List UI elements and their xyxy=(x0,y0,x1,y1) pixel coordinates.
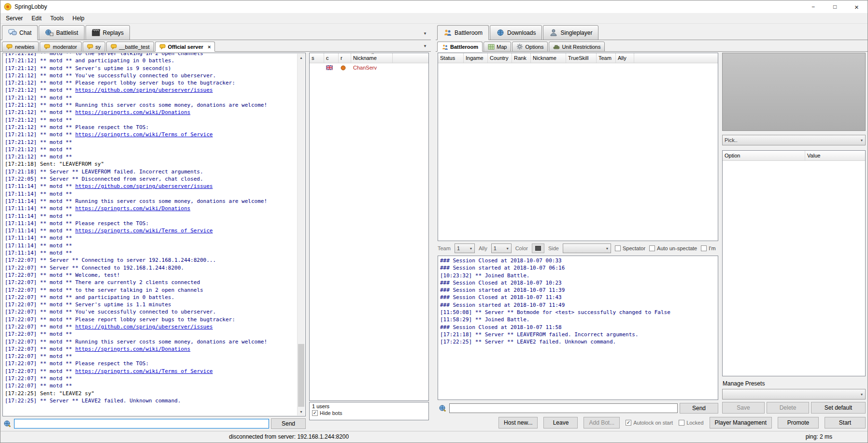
auto-unspectate-checkbox[interactable] xyxy=(649,245,655,251)
tab-replays[interactable]: Replays xyxy=(85,25,130,40)
col-rank[interactable]: Rank xyxy=(512,53,531,63)
battle-globe-icon[interactable] xyxy=(438,403,447,413)
col-team[interactable]: Team xyxy=(597,53,616,63)
col-ally[interactable]: Ally xyxy=(616,53,634,63)
user-row-chanserv[interactable]: ChanServ xyxy=(310,63,428,72)
locked-option: Locked xyxy=(679,420,703,426)
map-pick-label: Pick.. xyxy=(723,137,858,143)
col-trueskill[interactable]: TrueSkill xyxy=(566,53,597,63)
preset-save-button[interactable]: Save xyxy=(722,402,765,414)
chat-log-link[interactable]: https://springrts.com/wiki/Donations xyxy=(75,346,190,352)
chat-globe-icon[interactable] xyxy=(2,419,12,429)
scroll-down-icon[interactable]: ▼ xyxy=(298,408,305,415)
tab-label: Replays xyxy=(103,29,124,36)
promote-button[interactable]: Promote xyxy=(778,417,819,429)
map-pick-select[interactable]: Pick.. ▼ xyxy=(722,135,866,145)
subtab-unit-restrictions[interactable]: Unit Restrictions xyxy=(549,42,605,52)
chat-log-line: [17:11:14] ** motd ** xyxy=(5,190,297,198)
tab-battleroom[interactable]: Battleroom xyxy=(437,25,489,40)
scrollbar-thumb[interactable] xyxy=(298,344,304,407)
col-ingame[interactable]: Ingame xyxy=(464,53,488,63)
team-select[interactable]: 1 ▼ xyxy=(455,243,475,253)
player-management-button[interactable]: Player Management xyxy=(710,417,772,429)
tab-label: Chat xyxy=(19,29,31,36)
locked-checkbox[interactable] xyxy=(679,420,684,426)
tab-singleplayer[interactable]: Singleplayer xyxy=(543,25,598,40)
user-col-status[interactable]: s xyxy=(310,53,324,63)
battle-message-input[interactable] xyxy=(449,403,678,413)
spectator-checkbox[interactable] xyxy=(615,245,621,251)
chat-log-link[interactable]: https://github.com/spring/uberserver/iss… xyxy=(75,87,213,93)
hide-bots-checkbox[interactable]: ✓ xyxy=(312,410,318,416)
user-list-header: s c r ^ Nickname xyxy=(310,53,428,63)
chat-message-input[interactable] xyxy=(14,419,269,429)
user-col-nickname[interactable]: ^ Nickname xyxy=(351,53,393,63)
col-country[interactable]: Country xyxy=(488,53,512,63)
im-ready-checkbox[interactable] xyxy=(701,245,707,251)
chat-tab-newbies[interactable]: newbies xyxy=(2,42,39,52)
maximize-button[interactable]: □ xyxy=(824,0,846,13)
autolock-checkbox[interactable]: ✓ xyxy=(626,420,631,426)
chat-log-link[interactable]: https://github.com/spring/uberserver/iss… xyxy=(75,324,213,330)
chat-log-link[interactable]: https://springrts.com/wiki/Terms of Serv… xyxy=(75,228,213,234)
col-status[interactable]: Status xyxy=(438,53,464,63)
chat-log-link[interactable]: https://springrts.com/wiki/Donations xyxy=(75,205,190,212)
col-value[interactable]: Value xyxy=(805,151,865,160)
chat-send-button[interactable]: Send xyxy=(271,418,306,429)
ally-select[interactable]: 1 ▼ xyxy=(491,243,512,253)
chat-tab-label: __battle_test xyxy=(119,44,150,50)
color-picker-button[interactable] xyxy=(532,243,544,253)
chat-log-line: [17:22:07] ** motd ** You've successfull… xyxy=(5,308,297,315)
user-col-country[interactable]: c xyxy=(324,53,339,63)
preset-delete-button[interactable]: Delete xyxy=(767,402,809,414)
chat-log-line: [17:21:12] ** motd ** Please report lobb… xyxy=(5,79,297,86)
chat-tab-moderator[interactable]: moderator xyxy=(40,42,81,52)
chat-log-link[interactable]: https://springrts.com/wiki/Donations xyxy=(75,109,190,115)
option-table-header: Option Value xyxy=(723,151,865,161)
host-new-button[interactable]: Host new... xyxy=(498,417,538,429)
menu-tools[interactable]: Tools xyxy=(46,14,68,23)
subtab-label: Battleroom xyxy=(450,44,478,50)
chat-log-line: [17:21:12] ** motd ** Running this serve… xyxy=(5,101,297,109)
hide-bots-label: Hide bots xyxy=(320,410,342,416)
tab-list-dropdown-icon[interactable]: ▼ xyxy=(422,30,428,37)
chat-log-link[interactable]: https://springrts.com/wiki/Terms of Serv… xyxy=(75,368,213,374)
preset-set-default-button[interactable]: Set default xyxy=(811,402,866,414)
preset-select[interactable]: ▼ xyxy=(722,389,866,400)
leave-button[interactable]: Leave xyxy=(543,417,578,429)
tab-close-icon[interactable]: × xyxy=(208,44,211,50)
subtab-battleroom[interactable]: Battleroom xyxy=(437,42,483,52)
menu-server[interactable]: Server xyxy=(1,14,27,23)
subtab-map[interactable]: Map xyxy=(484,42,511,52)
chat-log-scrollbar[interactable]: ▲ ▼ xyxy=(297,54,305,415)
side-select[interactable]: ▼ xyxy=(563,243,611,253)
tab-chat[interactable]: Chat xyxy=(2,25,38,40)
chat-tab-sy[interactable]: sy xyxy=(83,42,105,52)
menu-edit[interactable]: Edit xyxy=(27,14,46,23)
add-bot-button[interactable]: Add Bot... xyxy=(583,417,620,429)
start-button[interactable]: Start xyxy=(825,417,866,429)
col-nickname[interactable]: Nickname xyxy=(531,53,566,63)
tab-downloads[interactable]: Downloads xyxy=(490,25,542,40)
chat-channel-tabbar: newbies moderator sy __battle_test Offic… xyxy=(0,40,431,52)
subtab-options[interactable]: Options xyxy=(512,42,548,52)
panel-splitter[interactable] xyxy=(431,24,436,431)
col-option[interactable]: Option xyxy=(723,151,805,160)
menu-help[interactable]: Help xyxy=(68,14,89,23)
battle-send-button[interactable]: Send xyxy=(680,403,718,414)
chat-log-link[interactable]: https://github.com/spring/uberserver/iss… xyxy=(75,183,213,189)
tab-battlelist[interactable]: Battlelist xyxy=(39,25,84,40)
user-col-rank[interactable]: r xyxy=(339,53,351,63)
chat-input-row: Send xyxy=(2,418,306,429)
scroll-up-icon[interactable]: ▲ xyxy=(298,54,305,61)
map-preview[interactable] xyxy=(722,53,866,131)
chat-tab-official-server[interactable]: Official server × xyxy=(155,42,215,52)
chat-log-link[interactable]: https://springrts.com/wiki/Terms of Serv… xyxy=(75,131,213,138)
minimize-button[interactable]: − xyxy=(802,0,824,13)
chat-tab-battle-test[interactable]: __battle_test xyxy=(106,42,154,52)
chat-tab-list-dropdown-icon[interactable]: ▼ xyxy=(422,43,428,49)
team-label: Team xyxy=(438,245,451,251)
close-button[interactable]: × xyxy=(846,0,868,13)
autolock-label: Autolock on start xyxy=(633,420,673,426)
chat-log-line: [17:11:14] ** motd ** Running this serve… xyxy=(5,198,297,205)
